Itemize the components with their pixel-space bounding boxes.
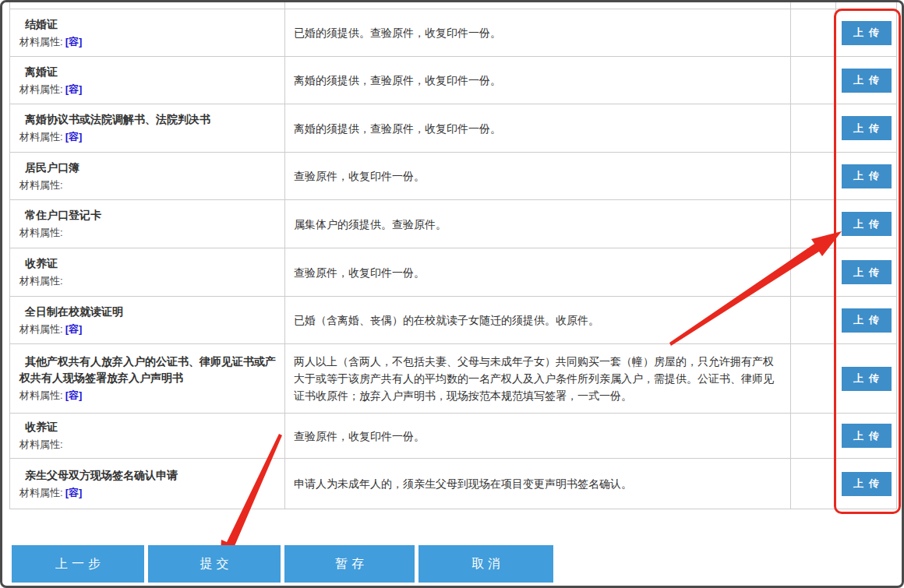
table-row: 收养证 材料属性: 查验原件，收复印件一份。 上传 [10, 248, 896, 297]
material-attr-link[interactable]: [容] [65, 36, 83, 48]
material-attr-link[interactable]: [容] [65, 83, 83, 95]
spacer-cell [791, 153, 836, 199]
material-attr: 材料属性:[容] [19, 388, 277, 403]
material-attr-label: 材料属性: [19, 487, 63, 498]
material-name: 离婚协议书或法院调解书、法院判决书 [19, 111, 277, 128]
material-name: 居民户口簿 [19, 160, 277, 176]
upload-button[interactable]: 上传 [842, 21, 892, 45]
upload-button[interactable]: 上传 [842, 308, 892, 333]
spacer-cell [791, 104, 836, 152]
upload-button[interactable]: 上传 [842, 164, 892, 188]
material-attr-link[interactable]: [容] [65, 389, 83, 401]
material-attr-label: 材料属性: [19, 323, 63, 335]
material-attr-label: 材料属性: [19, 275, 63, 287]
previous-step-button[interactable]: 上一步 [12, 545, 144, 583]
material-description: 查验原件，收复印件一份。 [294, 167, 425, 185]
cancel-button[interactable]: 取消 [418, 545, 553, 583]
material-description: 属集体户的须提供。查验原件。 [294, 216, 447, 233]
table-row: 亲生父母双方现场签名确认申请 材料属性:[容] 申请人为未成年人的，须亲生父母到… [10, 459, 896, 509]
material-description: 已婚的须提供。查验原件，收复印件一份。 [294, 24, 501, 41]
materials-table: 结婚证 材料属性:[容] 已婚的须提供。查验原件，收复印件一份。 上传 离婚证 … [9, 2, 897, 509]
material-attr: 材料属性:[容] [19, 485, 277, 501]
material-name: 其他产权共有人放弃入户的公证书、律师见证书或产权共有人现场签署放弃入户声明书 [19, 354, 277, 386]
upload-button[interactable]: 上传 [842, 69, 892, 93]
material-name: 亲生父母双方现场签名确认申请 [19, 467, 277, 484]
material-attr: 材料属性:[容] [19, 129, 277, 145]
table-row: 居民户口簿 材料属性: 查验原件，收复印件一份。 上传 [10, 153, 896, 200]
material-description: 申请人为未成年人的，须亲生父母到现场在项目变更声明书签名确认。 [294, 475, 632, 492]
table-row: 离婚证 材料属性:[容] 离婚的须提供，查验原件，收复印件一份。 上传 [10, 57, 896, 104]
material-attr: 材料属性:[容] [19, 82, 277, 97]
material-attr-label: 材料属性: [19, 438, 63, 450]
submit-button[interactable]: 提交 [148, 545, 281, 583]
material-attr: 材料属性:[容] [19, 34, 277, 50]
material-description: 离婚的须提供，查验原件，收复印件一份。 [294, 72, 501, 89]
material-name: 离婚证 [19, 64, 277, 80]
material-attr-label: 材料属性: [19, 83, 63, 95]
upload-button[interactable]: 上传 [842, 424, 892, 448]
material-name: 收养证 [19, 419, 277, 435]
material-attr-label: 材料属性: [19, 36, 63, 48]
material-description: 查验原件，收复印件一份。 [294, 264, 425, 281]
material-name: 常住户口登记卡 [19, 207, 277, 224]
material-attr-link[interactable]: [容] [65, 487, 83, 498]
spacer-cell [791, 459, 836, 509]
spacer-cell [791, 57, 836, 104]
material-description: 离婚的须提供，查验原件，收复印件一份。 [294, 120, 501, 137]
save-draft-button[interactable]: 暂存 [284, 545, 415, 583]
table-row: 其他产权共有人放弃入户的公证书、律师见证书或产权共有人现场签署放弃入户声明书 材… [10, 344, 896, 414]
material-description: 两人以上（含两人，不包括夫妻、父母与未成年子女）共同购买一套（幢）房屋的，只允许… [294, 353, 779, 404]
upload-button[interactable]: 上传 [842, 472, 892, 496]
material-attr-label: 材料属性: [19, 227, 63, 238]
upload-button[interactable]: 上传 [842, 212, 892, 236]
material-attr-label: 材料属性: [19, 389, 63, 401]
table-row: 全日制在校就读证明 材料属性:[容] 已婚（含离婚、丧偶）的在校就读子女随迁的须… [10, 297, 896, 344]
material-attr: 材料属性:[容] [19, 322, 277, 337]
material-attr: 材料属性: [19, 273, 277, 289]
spacer-cell [791, 200, 836, 248]
spacer-cell [791, 414, 836, 458]
spacer-cell [791, 297, 836, 343]
material-name: 结婚证 [19, 16, 277, 33]
table-row: 收养证 材料属性: 查验原件，收复印件一份。 上传 [10, 414, 896, 459]
table-row-partial [10, 2, 896, 9]
material-name: 全日制在校就读证明 [19, 304, 277, 320]
upload-button[interactable]: 上传 [842, 367, 892, 391]
material-attr-link[interactable]: [容] [65, 323, 83, 335]
table-row: 结婚证 材料属性:[容] 已婚的须提供。查验原件，收复印件一份。 上传 [10, 9, 896, 57]
upload-button[interactable]: 上传 [842, 260, 892, 284]
material-attr-label: 材料属性: [19, 179, 63, 191]
material-description: 已婚（含离婚、丧偶）的在校就读子女随迁的须提供。收原件。 [294, 312, 599, 329]
spacer-cell [791, 9, 836, 56]
material-attr: 材料属性: [19, 225, 277, 241]
upload-button[interactable]: 上传 [842, 116, 892, 140]
table-row: 离婚协议书或法院调解书、法院判决书 材料属性:[容] 离婚的须提供，查验原件，收… [10, 104, 896, 153]
material-name: 收养证 [19, 255, 277, 272]
footer-actions: 上一步 提交 暂存 取消 [12, 545, 553, 583]
material-attr-link[interactable]: [容] [65, 131, 83, 143]
spacer-cell [791, 248, 836, 296]
material-attr: 材料属性: [19, 178, 277, 193]
table-row: 常住户口登记卡 材料属性: 属集体户的须提供。查验原件。 上传 [10, 200, 896, 248]
spacer-cell [791, 344, 836, 413]
material-attr-label: 材料属性: [19, 131, 63, 143]
page: 结婚证 材料属性:[容] 已婚的须提供。查验原件，收复印件一份。 上传 离婚证 … [0, 0, 904, 588]
material-attr: 材料属性: [19, 437, 277, 452]
material-description: 查验原件，收复印件一份。 [294, 428, 425, 445]
